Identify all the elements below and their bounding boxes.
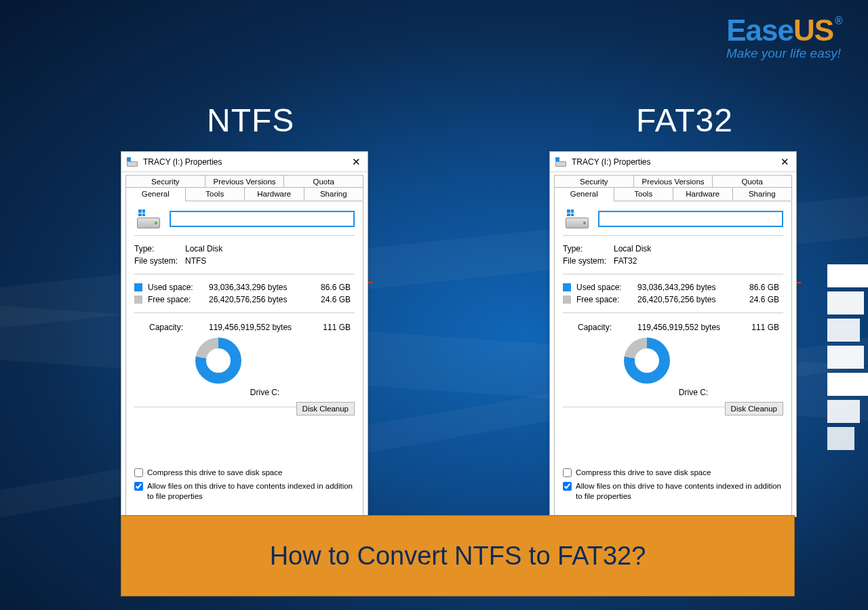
window-title: TRACY (I:) Properties	[143, 157, 222, 167]
tab-tools[interactable]: Tools	[185, 187, 245, 200]
filesystem-label: File system:	[563, 256, 614, 266]
drive-icon	[555, 157, 566, 167]
tab-strip: Security Previous Versions Quota General…	[550, 172, 796, 201]
used-label: Used space:	[576, 283, 637, 292]
free-bytes: 26,420,576,256 bytes	[637, 295, 726, 304]
bottom-banner: How to Convert NTFS to FAT32?	[121, 515, 795, 596]
capacity-gb: 111 GB	[297, 323, 355, 332]
usage-pie-chart	[195, 338, 241, 384]
tab-hardware[interactable]: Hardware	[673, 187, 733, 200]
used-gb: 86.6 GB	[297, 283, 355, 292]
banner-text: How to Convert NTFS to FAT32?	[270, 542, 646, 571]
capacity-bytes: 119,456,919,552 bytes	[209, 323, 297, 332]
used-bytes: 93,036,343,296 bytes	[637, 283, 726, 292]
tab-sharing[interactable]: Sharing	[732, 187, 793, 200]
logo-us: US	[793, 14, 833, 47]
type-value: Local Disk	[614, 244, 783, 253]
logo-tagline: Make your life easy!	[726, 46, 841, 61]
tab-security[interactable]: Security	[125, 175, 205, 188]
index-label: Allow files on this drive to have conten…	[576, 481, 783, 502]
type-label: Type:	[134, 244, 185, 253]
heading-ntfs: NTFS	[207, 102, 294, 139]
compress-label: Compress this drive to save disk space	[147, 468, 355, 479]
tab-previous-versions[interactable]: Previous Versions	[633, 175, 713, 188]
free-bytes: 26,420,576,256 bytes	[209, 295, 297, 304]
drive-label: Drive C:	[175, 388, 355, 397]
drive-label: Drive C:	[604, 388, 783, 397]
drive-icon-large	[566, 209, 589, 228]
tab-strip: Security Previous Versions Quota General…	[121, 172, 368, 201]
compress-checkbox[interactable]	[134, 468, 143, 477]
tab-tools[interactable]: Tools	[614, 187, 674, 200]
filesystem-label: File system:	[134, 256, 185, 266]
tab-general[interactable]: General	[125, 187, 186, 201]
index-checkbox[interactable]	[563, 482, 572, 491]
free-label: Free space:	[148, 295, 209, 304]
capacity-label: Capacity:	[134, 323, 209, 332]
free-gb: 24.6 GB	[726, 295, 783, 304]
used-gb: 86.6 GB	[726, 283, 783, 292]
properties-dialog-ntfs: TRACY (I:) Properties ✕ Security Previou…	[121, 151, 368, 517]
tab-previous-versions[interactable]: Previous Versions	[205, 175, 285, 188]
disk-cleanup-button[interactable]: Disk Cleanup	[725, 402, 783, 415]
compress-label: Compress this drive to save disk space	[576, 468, 783, 479]
logo-reg: ®	[835, 15, 842, 26]
heading-fat32: FAT32	[636, 102, 733, 139]
type-value: Local Disk	[185, 244, 355, 253]
index-label: Allow files on this drive to have conten…	[147, 481, 355, 502]
tab-quota[interactable]: Quota	[712, 175, 792, 188]
usage-pie-chart	[624, 338, 670, 384]
type-label: Type:	[563, 244, 614, 253]
tab-sharing[interactable]: Sharing	[304, 187, 364, 200]
filesystem-value: FAT32	[614, 256, 783, 266]
titlebar[interactable]: TRACY (I:) Properties ✕	[550, 152, 796, 172]
tab-page-general: Type:Local Disk File system:NTFS Used sp…	[125, 201, 363, 526]
logo-ease: Ease	[726, 14, 793, 47]
drive-icon-large	[137, 209, 160, 228]
capacity-gb: 111 GB	[726, 323, 783, 332]
tab-page-general: Type:Local Disk File system:FAT32 Used s…	[554, 201, 792, 526]
easeus-logo: EaseUS® Make your life easy!	[726, 14, 841, 61]
close-button[interactable]: ✕	[350, 156, 362, 168]
tab-security[interactable]: Security	[554, 175, 634, 188]
windows-logo-bars	[827, 264, 868, 450]
volume-label-input[interactable]	[170, 211, 355, 227]
disk-cleanup-button[interactable]: Disk Cleanup	[296, 402, 355, 415]
close-button[interactable]: ✕	[778, 156, 791, 168]
used-swatch	[134, 283, 142, 291]
volume-label-input[interactable]	[598, 211, 783, 227]
properties-dialog-fat32: TRACY (I:) Properties ✕ Security Previou…	[549, 151, 797, 517]
tab-general[interactable]: General	[554, 187, 614, 201]
compress-checkbox[interactable]	[563, 468, 572, 477]
used-label: Used space:	[148, 283, 209, 292]
free-swatch	[134, 296, 142, 304]
filesystem-value: NTFS	[185, 256, 355, 266]
free-label: Free space:	[576, 295, 637, 304]
tab-quota[interactable]: Quota	[283, 175, 363, 188]
free-swatch	[563, 296, 571, 304]
titlebar[interactable]: TRACY (I:) Properties ✕	[121, 152, 368, 172]
index-checkbox[interactable]	[134, 482, 143, 491]
window-title: TRACY (I:) Properties	[572, 157, 650, 167]
used-bytes: 93,036,343,296 bytes	[209, 283, 297, 292]
tab-hardware[interactable]: Hardware	[244, 187, 304, 200]
capacity-bytes: 119,456,919,552 bytes	[637, 323, 726, 332]
used-swatch	[563, 283, 571, 291]
capacity-label: Capacity:	[563, 323, 637, 332]
free-gb: 24.6 GB	[297, 295, 355, 304]
drive-icon	[127, 157, 138, 167]
